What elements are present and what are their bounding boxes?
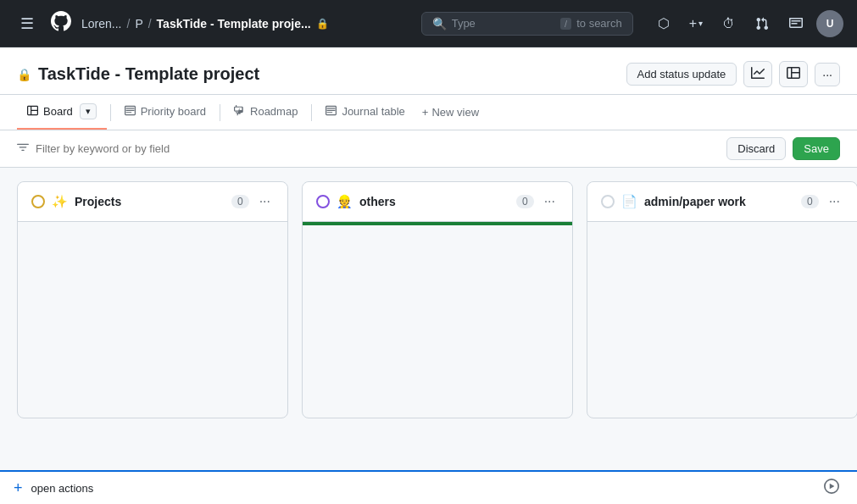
plus-icon: + — [689, 16, 697, 31]
pull-request-button[interactable] — [748, 10, 776, 37]
column-more-button-projects[interactable]: ··· — [256, 192, 274, 211]
column-header-others: 👷 others 0 ··· — [303, 182, 572, 222]
others-emoji-icon: 👷 — [337, 194, 353, 209]
new-view-plus-icon: + — [422, 106, 429, 119]
board-column-projects: ✨ Projects 0 ··· — [17, 181, 288, 418]
tab-roadmap-label: Roadmap — [250, 105, 298, 118]
column-title-projects: Projects — [75, 195, 225, 208]
projects-icon: ✨ — [52, 194, 68, 209]
filter-bar: Discard Save — [0, 130, 857, 168]
tab-journal-table[interactable]: Journal table — [315, 97, 415, 129]
breadcrumb-user[interactable]: Loren... — [81, 17, 121, 30]
menu-icon: ☰ — [20, 14, 34, 33]
tab-journal-table-label: Journal table — [342, 105, 404, 118]
breadcrumb-lock-icon: 🔒 — [316, 18, 329, 30]
status-dot-admin — [601, 195, 615, 208]
breadcrumb-sep2: / — [148, 17, 152, 30]
slash-badge: / — [560, 18, 571, 30]
breadcrumb-project-initial[interactable]: P — [135, 17, 142, 30]
page-title: TaskTide - Template project — [38, 64, 259, 84]
menu-button[interactable]: ☰ — [14, 10, 41, 37]
column-count-admin: 0 — [801, 195, 819, 208]
tab-priority-board[interactable]: Priority board — [114, 97, 216, 129]
bottom-copilot-button[interactable] — [820, 476, 843, 500]
page-header: 🔒 TaskTide - Template project Add status… — [0, 47, 857, 95]
tabs-bar: Board ▾ Priority board Roadmap Journal t… — [0, 95, 857, 130]
add-status-button[interactable]: Add status update — [626, 63, 737, 86]
column-body-projects — [18, 222, 287, 391]
status-dot-others — [316, 195, 330, 208]
ellipsis-icon: ··· — [822, 68, 832, 81]
roadmap-tab-icon — [234, 105, 245, 119]
page-header-actions: Add status update ··· — [626, 61, 840, 87]
search-bar[interactable]: 🔍 Type / to search — [421, 12, 633, 36]
bottom-bar: + — [0, 470, 857, 504]
layout-icon — [787, 66, 800, 82]
admin-doc-icon: 📄 — [621, 194, 637, 209]
column-title-admin: admin/paper work — [644, 195, 794, 208]
search-suffix: to search — [576, 17, 621, 30]
chart-button[interactable] — [743, 61, 772, 87]
bottom-plus-icon: + — [14, 479, 23, 497]
tab-divider-3 — [311, 104, 312, 121]
layout-button[interactable] — [779, 61, 808, 87]
status-dot-projects — [31, 195, 45, 208]
board-tab-icon — [27, 105, 38, 119]
create-button[interactable]: + ▾ — [684, 13, 708, 35]
breadcrumb: Loren... / P / TaskTide - Template proje… — [81, 17, 329, 30]
page-title-area: 🔒 TaskTide - Template project — [17, 64, 626, 84]
priority-board-tab-icon — [125, 105, 136, 119]
bottom-input[interactable] — [31, 482, 811, 495]
inbox-button[interactable] — [782, 10, 810, 37]
new-view-tab[interactable]: + New view — [415, 97, 486, 127]
board-column-others: 👷 others 0 ··· — [302, 181, 573, 418]
tab-board-label: Board — [43, 105, 73, 118]
filter-icon — [17, 141, 29, 156]
tab-priority-board-label: Priority board — [141, 105, 206, 118]
column-header-projects: ✨ Projects 0 ··· — [18, 182, 287, 222]
chart-icon — [751, 66, 765, 82]
column-body-others — [303, 225, 572, 395]
column-count-projects: 0 — [231, 195, 249, 208]
filter-input[interactable] — [36, 142, 720, 155]
more-options-button[interactable]: ··· — [815, 63, 840, 86]
tab-divider-2 — [220, 104, 220, 121]
column-body-admin — [587, 222, 857, 391]
search-text: Type — [452, 17, 476, 30]
search-icon: 🔍 — [432, 17, 447, 30]
board-area: ✨ Projects 0 ··· 👷 others 0 ··· 📄 admin/… — [0, 168, 857, 475]
tab-roadmap[interactable]: Roadmap — [224, 97, 308, 129]
column-header-admin: 📄 admin/paper work 0 ··· — [587, 182, 857, 222]
timer-button[interactable]: ⏱ — [715, 10, 742, 37]
discard-button[interactable]: Discard — [726, 137, 786, 160]
avatar[interactable]: U — [816, 10, 843, 37]
tab-board[interactable]: Board ▾ — [17, 95, 107, 130]
board-dropdown-button[interactable]: ▾ — [80, 103, 97, 119]
save-button[interactable]: Save — [793, 137, 840, 160]
column-title-others: others — [359, 195, 509, 208]
column-more-button-admin[interactable]: ··· — [826, 192, 843, 211]
column-count-others: 0 — [516, 195, 534, 208]
tab-divider-1 — [110, 104, 111, 121]
copilot-icon — [824, 479, 839, 498]
bottom-add-button[interactable]: + — [14, 479, 23, 497]
breadcrumb-sep1: / — [126, 17, 130, 30]
chevron-down-icon: ▾ — [698, 19, 703, 28]
topbar: ☰ Loren... / P / TaskTide - Template pro… — [0, 0, 857, 47]
board-column-admin: 📄 admin/paper work 0 ··· — [587, 181, 857, 418]
breadcrumb-project-name[interactable]: TaskTide - Template proje... — [157, 17, 311, 30]
journal-table-tab-icon — [326, 105, 337, 119]
column-more-button-others[interactable]: ··· — [541, 192, 559, 211]
new-view-label: New view — [431, 106, 479, 119]
github-logo-icon — [51, 11, 71, 36]
copilot-button[interactable]: ⬡ — [650, 10, 677, 37]
topbar-actions: ⬡ + ▾ ⏱ U — [650, 10, 843, 37]
title-lock-icon: 🔒 — [17, 68, 31, 81]
